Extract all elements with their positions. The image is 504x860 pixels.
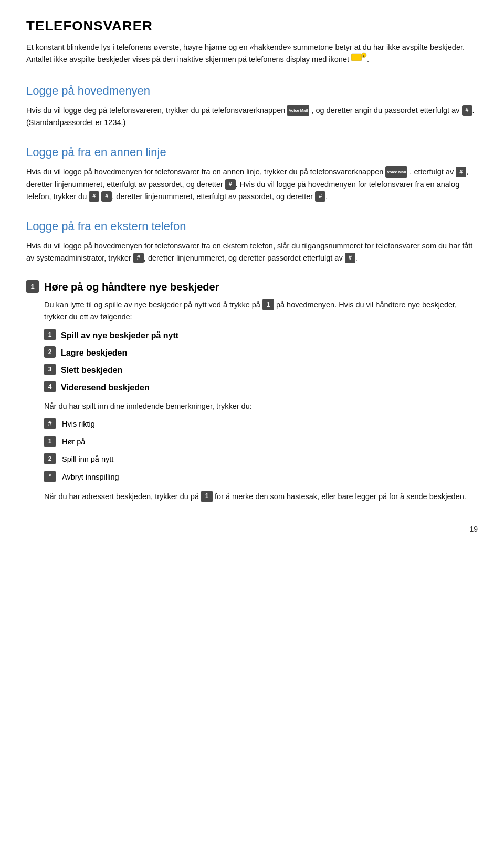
sub-badge-star: * [44, 471, 56, 482]
sub-item-1: 1 Hør på [44, 436, 478, 448]
item-badge-2: 2 [44, 346, 56, 358]
section-body-logge-hoved: Hvis du vil logge deg på telefonsvareren… [26, 105, 478, 129]
page-number: 19 [26, 524, 478, 535]
hear-badge: 1 [26, 280, 39, 293]
section-body-ekstern: Hvis du vil logge på hovedmenyen for tel… [26, 240, 478, 264]
sub-badge-hash: # [44, 418, 56, 429]
when-played-text: Når du har spilt inn dine innledende bem… [44, 400, 478, 412]
item-badge-1: 1 [44, 329, 56, 340]
list-item-2: 2 Lagre beskjeden [44, 346, 478, 359]
outro-text: Når du har adressert beskjeden, trykker … [44, 491, 478, 503]
voice-mail-key: Voice Mail [287, 105, 309, 116]
sub-badge-1: 1 [44, 436, 56, 447]
item-badge-4: 4 [44, 381, 56, 392]
hash-key-1: # [462, 105, 472, 116]
sub-label-2: Spill inn på nytt [62, 453, 113, 465]
hear-items-list: 1 Spill av nye beskjeder på nytt 2 Lagre… [44, 329, 478, 394]
sub-items-list: # Hvis riktig 1 Hør på 2 Spill inn på ny… [44, 418, 478, 483]
page-title: TELEFONSVARER [26, 16, 478, 36]
intro-text: Et konstant blinkende lys i telefonens ø… [26, 42, 478, 67]
sub-item-hash: # Hvis riktig [44, 418, 478, 430]
sub-item-star: * Avbryt innspilling [44, 471, 478, 483]
hash-key-4: # [89, 191, 99, 202]
list-item-3: 3 Slett beskjeden [44, 364, 478, 377]
sub-label-1: Hør på [62, 436, 85, 448]
section-body-annen-linje: Hvis du vil logge på hovedmenyen for tel… [26, 166, 478, 203]
sub-label-star: Avbryt innspilling [62, 471, 119, 483]
section-heading-logge-hoved: Logge på hovedmenyen [26, 82, 478, 99]
one-key-outro: 1 [201, 491, 213, 502]
voice-mail-key-2: Voice Mail [385, 166, 407, 178]
sub-item-2: 2 Spill inn på nytt [44, 453, 478, 465]
hash-key-5: # [101, 191, 112, 202]
list-item-1: 1 Spill av nye beskjeder på nytt [44, 329, 478, 342]
hash-key-7: # [133, 253, 144, 263]
item-label-2: Lagre beskjeden [61, 346, 127, 359]
item-label-3: Slett beskjeden [61, 364, 122, 377]
svg-rect-0 [351, 54, 362, 61]
item-label-1: Spill av nye beskjeder på nytt [61, 329, 178, 342]
item-badge-3: 3 [44, 364, 56, 375]
hash-key-8: # [345, 253, 355, 263]
hash-key-2: # [456, 167, 466, 177]
list-item-4: 4 Videresend beskjeden [44, 381, 478, 394]
sub-label-hash: Hvis riktig [62, 418, 95, 430]
item-label-4: Videresend beskjeden [61, 381, 150, 394]
sub-badge-2: 2 [44, 453, 56, 464]
phone-display-icon: 1 [351, 52, 367, 66]
hear-section-heading: Høre på og håndtere nye beskjeder [44, 279, 219, 295]
section-heading-annen-linje: Logge på fra en annen linje [26, 143, 478, 161]
hear-intro-text: Du kan lytte til og spille av nye beskje… [44, 299, 478, 323]
section-heading-ekstern: Logge på fra en ekstern telefon [26, 217, 478, 235]
hear-section-header: 1 Høre på og håndtere nye beskjeder [26, 279, 478, 295]
hash-key-3: # [225, 179, 236, 190]
one-key-inline: 1 [262, 299, 274, 310]
hash-key-6: # [315, 191, 326, 202]
